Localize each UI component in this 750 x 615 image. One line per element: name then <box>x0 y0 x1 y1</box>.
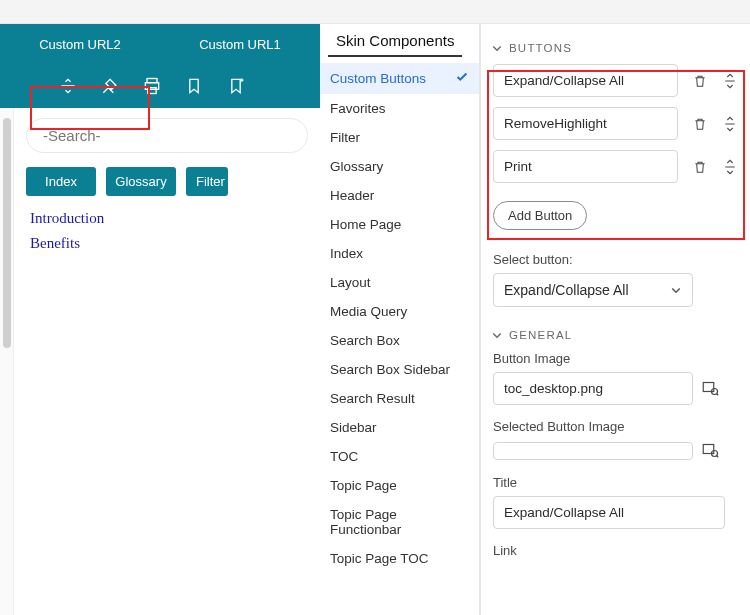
skin-item-home-page[interactable]: Home Page <box>320 210 479 239</box>
select-button-dropdown[interactable]: Expand/Collapse All <box>493 273 693 307</box>
button-image-label: Button Image <box>493 351 738 366</box>
button-name-field[interactable]: Print <box>493 150 678 183</box>
chevron-down-icon <box>491 42 503 54</box>
delete-icon[interactable] <box>692 159 708 175</box>
properties-panel: BUTTONS Expand/Collapse AllRemoveHighlig… <box>480 24 750 615</box>
reorder-icon[interactable] <box>722 116 738 132</box>
svg-rect-2 <box>148 88 156 94</box>
preview-iconbar <box>0 64 320 108</box>
buttons-header-label: BUTTONS <box>509 42 572 54</box>
skin-item-index[interactable]: Index <box>320 239 479 268</box>
skin-item-search-box-sidebar[interactable]: Search Box Sidebar <box>320 355 479 384</box>
general-section-header[interactable]: GENERAL <box>491 329 738 341</box>
add-bookmark-icon[interactable] <box>226 76 246 96</box>
window-strip <box>0 0 750 24</box>
nav-filter-button[interactable]: Filter <box>186 167 228 196</box>
tab-custom-url1[interactable]: Custom URL1 <box>160 27 320 62</box>
skin-item-favorites[interactable]: Favorites <box>320 94 479 123</box>
skin-item-sidebar[interactable]: Sidebar <box>320 413 479 442</box>
skin-item-layout[interactable]: Layout <box>320 268 479 297</box>
expand-collapse-icon[interactable] <box>58 76 78 96</box>
skin-item-filter[interactable]: Filter <box>320 123 479 152</box>
button-row: RemoveHighlight <box>493 107 738 140</box>
select-button-label: Select button: <box>493 252 738 267</box>
delete-icon[interactable] <box>692 116 708 132</box>
button-image-input[interactable]: toc_desktop.png <box>493 372 693 405</box>
chevron-down-icon <box>491 329 503 341</box>
general-header-label: GENERAL <box>509 329 572 341</box>
button-name-field[interactable]: Expand/Collapse All <box>493 64 678 97</box>
print-icon[interactable] <box>142 76 162 96</box>
link-introduction[interactable]: Introduction <box>30 210 308 227</box>
reorder-icon[interactable] <box>722 73 738 89</box>
nav-index-button[interactable]: Index <box>26 167 96 196</box>
preview-header: Custom URL2 Custom URL1 <box>0 24 320 108</box>
button-row: Print <box>493 150 738 183</box>
selected-image-label: Selected Button Image <box>493 419 738 434</box>
select-button-value: Expand/Collapse All <box>504 282 629 298</box>
preview-content: -Search- Index Glossary Filter Introduct… <box>14 108 320 615</box>
add-button[interactable]: Add Button <box>493 201 587 230</box>
skin-item-header[interactable]: Header <box>320 181 479 210</box>
preview-scrollbar[interactable] <box>0 108 14 615</box>
skin-components-panel: Skin Components Custom ButtonsFavoritesF… <box>320 24 480 615</box>
link-benefits[interactable]: Benefits <box>30 235 308 252</box>
skin-item-search-box[interactable]: Search Box <box>320 326 479 355</box>
skin-item-search-result[interactable]: Search Result <box>320 384 479 413</box>
check-icon <box>455 70 469 87</box>
browse-image-button[interactable] <box>701 378 719 399</box>
skin-item-custom-buttons[interactable]: Custom Buttons <box>320 63 479 94</box>
preview-body: -Search- Index Glossary Filter Introduct… <box>0 108 320 615</box>
skin-components-list: Custom ButtonsFavoritesFilterGlossaryHea… <box>320 63 479 573</box>
button-row: Expand/Collapse All <box>493 64 738 97</box>
skin-item-topic-page-toc[interactable]: Topic Page TOC <box>320 544 479 573</box>
link-label: Link <box>493 543 738 558</box>
skin-components-title: Skin Components <box>328 24 462 57</box>
browse-selected-image-button[interactable] <box>701 440 719 461</box>
chevron-down-icon <box>670 284 682 296</box>
nav-button-row: Index Glossary Filter <box>26 167 308 196</box>
remove-highlight-icon[interactable] <box>100 76 120 96</box>
skin-item-glossary[interactable]: Glossary <box>320 152 479 181</box>
skin-item-toc[interactable]: TOC <box>320 442 479 471</box>
skin-item-media-query[interactable]: Media Query <box>320 297 479 326</box>
custom-buttons-list: Expand/Collapse AllRemoveHighlightPrint <box>493 64 738 183</box>
skin-item-topic-page-functionbar[interactable]: Topic Page Functionbar <box>320 500 479 544</box>
nav-glossary-button[interactable]: Glossary <box>106 167 176 196</box>
title-label: Title <box>493 475 738 490</box>
preview-tabs: Custom URL2 Custom URL1 <box>0 24 320 64</box>
toc-links: Introduction Benefits <box>26 210 308 252</box>
preview-panel: Custom URL2 Custom URL1 <box>0 24 320 615</box>
tab-custom-url2[interactable]: Custom URL2 <box>0 27 160 62</box>
skin-item-topic-page[interactable]: Topic Page <box>320 471 479 500</box>
selected-image-input[interactable] <box>493 442 693 460</box>
app-root: Custom URL2 Custom URL1 <box>0 0 750 615</box>
buttons-section-header[interactable]: BUTTONS <box>491 42 738 54</box>
search-input[interactable]: -Search- <box>26 118 308 153</box>
delete-icon[interactable] <box>692 73 708 89</box>
bookmark-icon[interactable] <box>184 76 204 96</box>
button-name-field[interactable]: RemoveHighlight <box>493 107 678 140</box>
select-button-group: Select button: Expand/Collapse All <box>493 252 738 307</box>
title-input[interactable]: Expand/Collapse All <box>493 496 725 529</box>
reorder-icon[interactable] <box>722 159 738 175</box>
